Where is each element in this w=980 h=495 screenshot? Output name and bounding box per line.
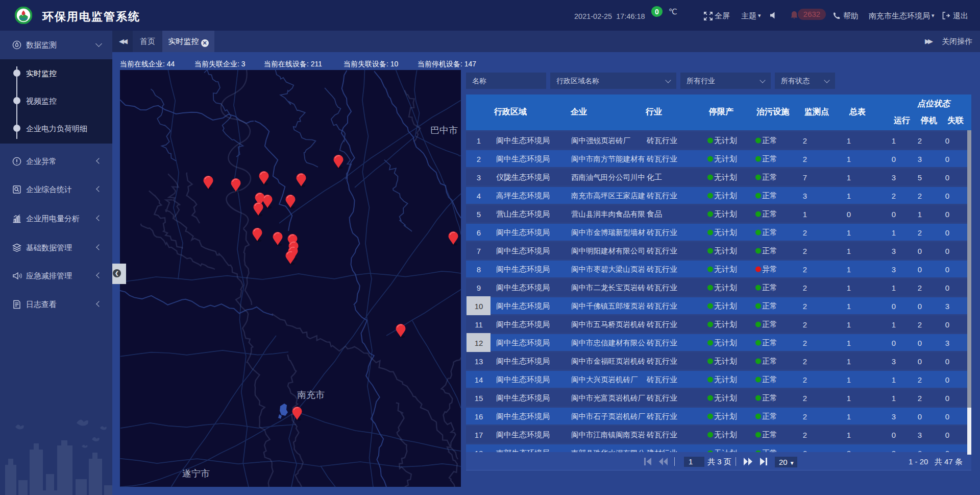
svg-text:南充市: 南充市: [297, 390, 325, 400]
svg-text:遂宁市: 遂宁市: [182, 468, 210, 479]
svg-text:巴中市: 巴中市: [430, 125, 458, 135]
